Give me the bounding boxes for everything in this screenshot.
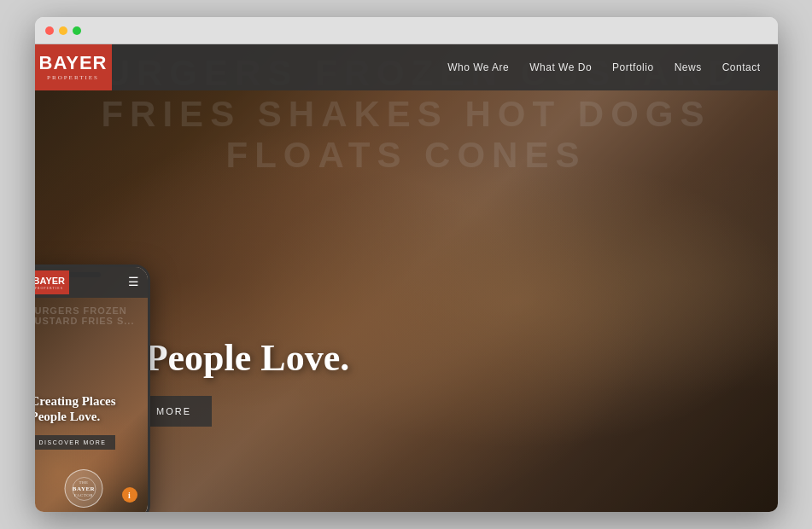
- site-nav: Who We Are What We Do Portfolio News Con…: [447, 61, 760, 73]
- phone-headline: Creating Places People Love.: [35, 393, 137, 424]
- hamburger-menu-icon[interactable]: ☰: [128, 276, 139, 288]
- hero-headline: aces People Love.: [69, 338, 744, 379]
- phone-discover-button[interactable]: DISCOVER MORE: [35, 435, 115, 450]
- badge-inner-circle: THE BAYER FACTOR: [72, 477, 96, 501]
- nav-what-we-do[interactable]: What We Do: [529, 61, 592, 73]
- logo-area: BAYER PROPERTIES: [35, 44, 112, 90]
- phone-header: BAYER PROPERTIES ☰: [35, 267, 148, 298]
- browser-maximize-dot[interactable]: [73, 26, 81, 35]
- bayer-factor-badge[interactable]: THE BAYER FACTOR: [65, 469, 103, 508]
- phone-screen: BAYER PROPERTIES ☰ BURGERS FROZEN CUSTAR…: [35, 267, 148, 512]
- hero-content: aces People Love. DISCOVER MORE: [69, 338, 744, 427]
- badge-text-the: THE: [79, 480, 88, 485]
- phone-logo-subtitle: PROPERTIES: [35, 286, 63, 290]
- phone-logo-brand: BAYER: [35, 276, 66, 286]
- badge-text-bayer: BAYER: [73, 485, 95, 492]
- browser-chrome: [35, 17, 778, 44]
- nav-who-we-are[interactable]: Who We Are: [447, 61, 509, 73]
- phone-sign-text: BURGERS FROZEN CUSTARD FRIES S...: [35, 301, 148, 330]
- nav-portfolio[interactable]: Portfolio: [612, 61, 654, 73]
- site-header: BAYER PROPERTIES Who We Are What We Do P…: [35, 44, 778, 90]
- nav-contact[interactable]: Contact: [722, 61, 761, 73]
- logo-box[interactable]: BAYER PROPERTIES: [35, 44, 112, 90]
- badge-text-factor: FACTOR: [74, 493, 93, 497]
- phone-content: Creating Places People Love. DISCOVER MO…: [35, 393, 137, 450]
- browser-close-dot[interactable]: [45, 26, 54, 35]
- logo-brand: BAYER: [39, 54, 108, 73]
- browser-minimize-dot[interactable]: [59, 26, 67, 35]
- website: BURGERS FROZEN CUSTARD FRIES SHAKES HOT …: [35, 44, 778, 512]
- phone-mockup: BAYER PROPERTIES ☰ BURGERS FROZEN CUSTAR…: [35, 264, 150, 512]
- browser-mockup: BURGERS FROZEN CUSTARD FRIES SHAKES HOT …: [35, 17, 778, 512]
- logo-subtitle: PROPERTIES: [47, 74, 99, 81]
- info-icon-badge[interactable]: i: [122, 487, 137, 503]
- nav-news[interactable]: News: [675, 61, 702, 73]
- phone-logo-box[interactable]: BAYER PROPERTIES: [35, 270, 70, 294]
